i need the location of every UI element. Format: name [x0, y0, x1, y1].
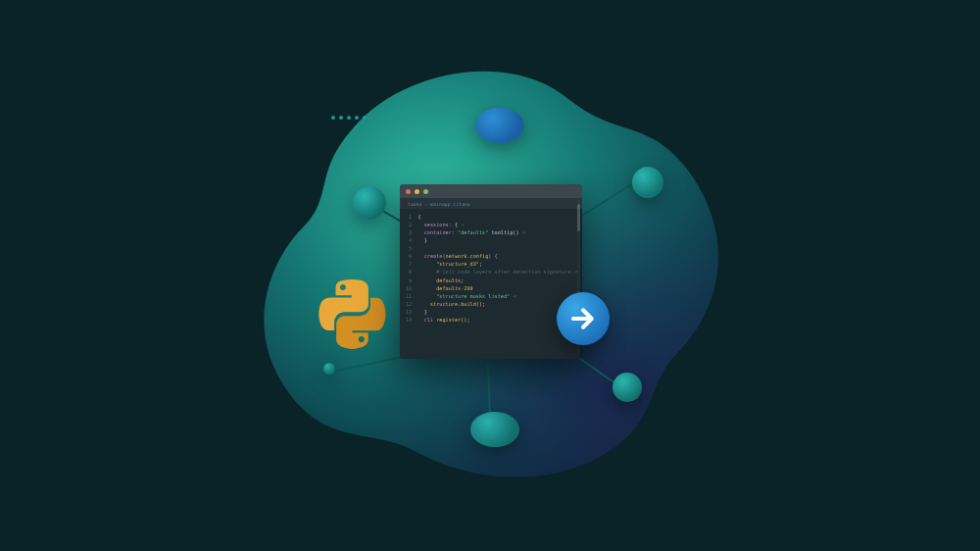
- code-line: 12 structure.build();: [406, 300, 576, 308]
- network-node: [470, 412, 519, 447]
- network-node: [612, 373, 642, 402]
- editor-titlebar: [400, 184, 582, 198]
- code-line: 1 {: [406, 213, 576, 221]
- editor-body: 1 { 2 sessions: { ⏎ 3 container: "defaul…: [400, 209, 582, 359]
- code-line: 6 create(network.config) {: [406, 252, 576, 260]
- minimize-icon: [415, 189, 419, 194]
- code-line: 11 "structure masks listed" ⏎: [406, 292, 576, 300]
- network-node: [632, 167, 663, 198]
- network-node: [353, 186, 386, 220]
- arrow-right-icon: [557, 292, 610, 345]
- code-line: 10 defaults-200: [406, 284, 576, 292]
- code-editor-window: tasks › mainapp.titans 1 { 2 sessions: {…: [400, 184, 582, 359]
- network-node: [475, 108, 524, 143]
- python-icon: [317, 279, 387, 350]
- code-line: 9 defaults;: [406, 276, 576, 284]
- code-line: 8 # init node layers after detection sig…: [406, 268, 576, 276]
- close-icon: [406, 189, 411, 194]
- code-line: 2 sessions: { ⏎: [406, 221, 576, 228]
- code-line: 5: [406, 244, 576, 252]
- editor-breadcrumb: tasks › mainapp.titans: [400, 198, 582, 209]
- code-line: 14 cli register();: [406, 316, 576, 324]
- code-line: 7 "structure_d3";: [406, 260, 576, 268]
- code-line: 4 }: [406, 236, 576, 244]
- zoom-icon: [423, 189, 428, 194]
- hero-illustration: tasks › mainapp.titans 1 { 2 sessions: {…: [0, 0, 980, 551]
- code-line: 13 }: [406, 308, 576, 316]
- code-line: 3 container: "defaults" tooltip() ⏎: [406, 228, 576, 236]
- accent-dots: [331, 116, 367, 120]
- network-node: [323, 363, 335, 375]
